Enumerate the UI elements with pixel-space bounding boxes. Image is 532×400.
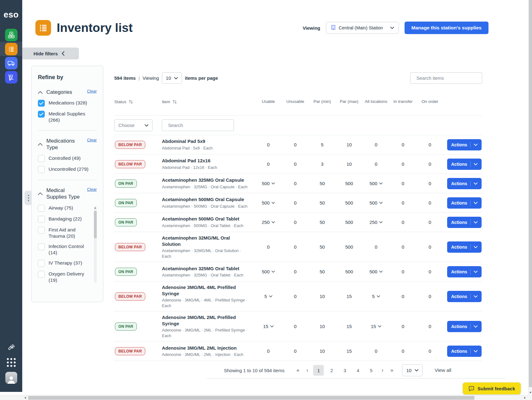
filter-option[interactable]: Controlled (49) xyxy=(38,155,97,162)
horizontal-scrollbar-thumb[interactable] xyxy=(28,396,474,400)
filter-option[interactable]: Uncontrolled (279) xyxy=(38,166,97,173)
filter-option[interactable]: IV Therapy (37) xyxy=(38,260,92,267)
checkbox[interactable] xyxy=(38,216,45,223)
filter-option[interactable]: Airway (75) xyxy=(38,205,92,212)
usable-value[interactable]: 500 xyxy=(255,181,282,186)
filter-option[interactable]: Medical Supplies (266) xyxy=(38,111,97,123)
wrench-icon[interactable] xyxy=(7,344,15,353)
view-all-link[interactable]: View all xyxy=(435,367,451,373)
next-page-button[interactable]: › xyxy=(378,365,387,376)
user-avatar[interactable] xyxy=(5,372,17,384)
item-filter-input[interactable] xyxy=(168,123,230,128)
item-name: Adenosine 3MG/ML 2ML Prefilled Syringe xyxy=(162,314,250,327)
all-locations-value[interactable]: 250 xyxy=(363,220,390,225)
filter-option[interactable]: First Aid and Trauma (20) xyxy=(38,227,92,239)
scroll-left-arrow[interactable] xyxy=(24,397,26,399)
prev-page-button[interactable]: ‹ xyxy=(302,365,312,376)
filter-option[interactable]: Medications (328) xyxy=(38,100,97,107)
all-locations-value[interactable]: 5 xyxy=(363,294,390,299)
status-filter-select[interactable]: Choose xyxy=(114,119,152,131)
unusable-value: 0 xyxy=(282,244,309,250)
sort-status-icon[interactable] xyxy=(129,100,133,104)
app-grid-icon[interactable] xyxy=(7,358,16,367)
page-button-2[interactable]: 2 xyxy=(326,365,337,376)
search-items-input[interactable] xyxy=(416,75,479,81)
filter-option[interactable]: Bandaging (22) xyxy=(38,216,92,223)
status-badge: ON PAR xyxy=(115,268,137,276)
manage-supplies-button[interactable]: Manage this station's supplies xyxy=(405,22,488,34)
checkbox[interactable] xyxy=(38,227,45,234)
actions-button[interactable]: Actions xyxy=(447,217,482,228)
station-selector[interactable]: Central (Main) Station xyxy=(326,22,399,34)
filter-option[interactable]: Oxygen Delivery (19) xyxy=(38,271,92,283)
page-button-1[interactable]: 1 xyxy=(313,365,324,376)
filter-list-scrollbar-thumb[interactable] xyxy=(94,211,97,238)
usable-value[interactable]: 500 xyxy=(255,269,282,274)
vertical-scrollbar[interactable] xyxy=(528,0,532,395)
filter-list-scrollbar[interactable] xyxy=(94,206,97,283)
hide-filters-button[interactable]: Hide filters xyxy=(22,48,79,59)
checkbox[interactable] xyxy=(38,111,45,118)
checkbox[interactable] xyxy=(38,166,45,173)
collapse-section-icon[interactable] xyxy=(38,89,43,95)
sidebar-item-station-supplies[interactable] xyxy=(0,28,22,42)
sidebar-bottom xyxy=(5,344,17,384)
sidebar-item-transfers[interactable] xyxy=(0,56,22,70)
filter-option[interactable]: Infection Control (14) xyxy=(38,243,92,256)
on-order-value: 0 xyxy=(416,181,443,186)
all-locations-value[interactable]: 500 xyxy=(363,181,390,186)
collapse-section-icon[interactable] xyxy=(38,141,43,147)
station-supplies-icon xyxy=(5,29,18,41)
checkbox[interactable] xyxy=(38,260,45,267)
scroll-right-arrow[interactable] xyxy=(524,397,526,399)
actions-button[interactable]: Actions xyxy=(447,346,482,357)
sidebar-item-inventory-list[interactable] xyxy=(0,42,22,56)
clear-filter-link[interactable]: Clear xyxy=(87,187,97,192)
sort-item-icon[interactable] xyxy=(173,100,177,104)
last-page-button[interactable]: » xyxy=(387,365,396,376)
checkbox[interactable] xyxy=(38,271,45,278)
sidebar-item-supply-cart[interactable] xyxy=(0,70,22,84)
actions-button[interactable]: Actions xyxy=(447,291,482,302)
usable-value[interactable]: 500 xyxy=(255,200,282,205)
actions-button[interactable]: Actions xyxy=(447,139,482,150)
par-max-value: 500 xyxy=(336,244,363,250)
usable-value[interactable]: 15 xyxy=(255,324,282,329)
all-locations-value[interactable]: 500 xyxy=(363,200,390,205)
item-name: Acetaminophen 500MG Oral Capsule xyxy=(162,196,250,203)
actions-button[interactable]: Actions xyxy=(447,178,482,189)
collapse-section-icon[interactable] xyxy=(38,191,43,196)
submit-feedback-button[interactable]: Submit feedback xyxy=(463,382,521,394)
actions-button[interactable]: Actions xyxy=(447,197,482,209)
items-per-page-select[interactable]: 10 xyxy=(162,72,182,84)
item-detail: Acetaminophen · 325MG · Oral Tablet · Ea… xyxy=(162,272,250,278)
horizontal-scrollbar[interactable] xyxy=(0,395,528,400)
scroll-up-arrow[interactable] xyxy=(94,207,96,209)
first-page-button[interactable]: « xyxy=(293,365,302,376)
actions-button[interactable]: Actions xyxy=(447,321,482,332)
item-detail: Abdominal Pad · 12x16 · Each xyxy=(162,165,250,170)
clear-filter-link[interactable]: Clear xyxy=(87,138,97,142)
all-locations-value[interactable]: 15 xyxy=(363,324,390,329)
par-min-value: 50 xyxy=(309,244,336,250)
checkbox[interactable] xyxy=(38,205,45,212)
scroll-down-arrow[interactable] xyxy=(529,392,531,393)
page-button-4[interactable]: 4 xyxy=(353,365,363,376)
page-button-5[interactable]: 5 xyxy=(366,365,376,376)
actions-button[interactable]: Actions xyxy=(447,266,482,277)
vertical-scrollbar-thumb[interactable] xyxy=(529,0,532,387)
actions-button[interactable]: Actions xyxy=(447,241,482,253)
clear-filter-link[interactable]: Clear xyxy=(87,89,97,94)
in-transfer-value: 0 xyxy=(390,220,416,225)
pagination-per-page-select[interactable]: 10 xyxy=(402,364,423,376)
usable-value[interactable]: 250 xyxy=(255,220,282,225)
check-icon xyxy=(39,102,44,105)
checkbox[interactable] xyxy=(38,155,45,162)
usable-value[interactable]: 5 xyxy=(255,294,282,299)
page-button-3[interactable]: 3 xyxy=(339,365,350,376)
checkbox[interactable] xyxy=(38,243,45,250)
actions-button[interactable]: Actions xyxy=(447,159,482,170)
all-locations-value[interactable]: 500 xyxy=(363,269,390,274)
item-name: Abdominal Pad 12x16 xyxy=(162,158,250,164)
checkbox[interactable] xyxy=(38,100,45,107)
